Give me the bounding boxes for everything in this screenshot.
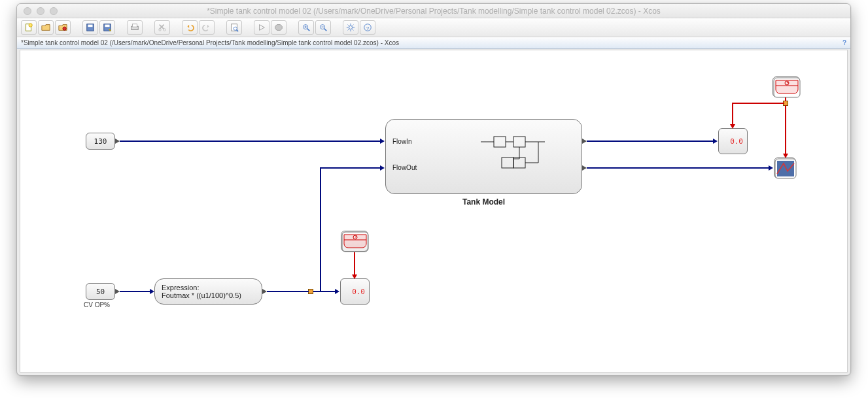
document-tab-title[interactable]: *Simple tank control model 02 (/Users/ma… [21,39,399,46]
svg-point-15 [349,25,352,29]
event-input-port[interactable] [730,124,735,129]
diagram-surface[interactable]: 130 50 CV OP% Expression: Foutmax * ((u1… [20,50,847,371]
display-block-2[interactable]: 0.0 [718,128,748,154]
input-port[interactable] [150,289,154,294]
output-port[interactable] [582,165,587,171]
cut-icon [158,23,167,32]
help-button[interactable]: ? [360,20,375,35]
event-link[interactable] [785,105,786,155]
port-label-flowout: FlowOut [392,164,417,171]
output-port[interactable] [582,139,587,144]
input-port[interactable] [380,139,385,144]
superblock-thumbnail-icon [477,134,556,180]
const-block-50[interactable]: 50 [86,283,115,300]
superblock-tank-model[interactable]: FlowIn FlowOut Tank Model [385,119,582,194]
stop-button[interactable] [271,20,286,35]
input-port[interactable] [380,165,385,171]
svg-point-2 [63,27,66,30]
save-button[interactable] [82,20,98,35]
document-tab-bar: *Simple tank control model 02 (/Users/ma… [17,37,850,49]
window-title: *Simple tank control model 02 (/Users/ma… [17,7,850,16]
clock-icon [341,231,369,252]
traffic-lights [17,7,58,15]
undo-button[interactable] [182,20,198,35]
event-link[interactable] [732,103,784,104]
link[interactable] [320,167,383,169]
output-port[interactable] [115,289,120,294]
zoom-out-button[interactable] [315,20,331,35]
svg-rect-6 [105,25,110,27]
print-button[interactable] [127,20,143,35]
save-as-button[interactable] [99,20,115,35]
const-block-130[interactable]: 130 [86,133,115,150]
zoom-out-icon [319,23,328,32]
link[interactable] [587,141,716,142]
scope-block[interactable] [774,158,796,178]
svg-rect-25 [777,161,794,176]
const-value: 130 [94,137,107,146]
link[interactable] [320,167,321,291]
const-block-label: CV OP% [84,301,110,308]
svg-rect-21 [513,137,525,147]
stop-icon [274,23,283,32]
zoom-window-button[interactable] [50,7,58,15]
input-port[interactable] [335,289,339,294]
new-file-icon [24,23,33,32]
clock-block-2[interactable] [773,76,800,97]
minimize-window-button[interactable] [37,7,44,15]
open-button[interactable] [38,20,54,35]
settings-button[interactable] [343,20,358,35]
expression-title: Expression: [162,284,199,291]
fit-page-button[interactable] [226,20,242,35]
link[interactable] [120,291,153,292]
svg-text:?: ? [366,25,370,31]
svg-rect-8 [133,24,137,27]
undo-icon [185,23,194,32]
input-port[interactable] [769,165,773,171]
event-input-port[interactable] [783,154,788,158]
cut-button[interactable] [154,20,170,35]
output-port[interactable] [115,139,120,144]
svg-point-1 [29,24,32,27]
link[interactable] [120,141,383,142]
port-label-flowin: FlowIn [392,138,411,145]
display-value: 0.0 [352,288,365,296]
print-icon [130,23,139,32]
new-file-button[interactable] [21,20,37,35]
clock-block-1[interactable] [341,231,368,252]
context-help-button[interactable]: ? [842,39,846,46]
event-link[interactable] [732,103,733,125]
zoom-in-button[interactable] [298,20,314,35]
save-as-icon [103,23,112,32]
titlebar: *Simple tank control model 02 (/Users/ma… [17,4,850,18]
link[interactable] [267,291,309,292]
expression-block[interactable]: Expression: Foutmax * ((u1/100)^0.5) [154,278,262,305]
display-block-1[interactable]: 0.0 [340,278,370,305]
close-window-button[interactable] [24,7,31,15]
svg-rect-20 [494,137,506,147]
link-junction[interactable] [308,289,313,294]
link[interactable] [587,167,772,169]
fit-page-icon [230,23,239,32]
app-window: *Simple tank control model 02 (/Users/ma… [16,3,851,376]
output-port[interactable] [262,289,267,294]
display-value: 0.0 [730,137,743,146]
clock-icon [773,77,801,98]
redo-button[interactable] [199,20,215,35]
event-link[interactable] [785,97,786,101]
zoom-in-icon [302,23,311,32]
start-button[interactable] [254,20,269,35]
open-scilab-icon [58,23,67,32]
svg-rect-22 [502,158,513,168]
scope-icon [774,158,797,179]
event-input-port[interactable] [352,274,357,279]
save-icon [86,23,95,32]
const-value: 50 [96,288,105,296]
diagram-canvas[interactable]: 130 50 CV OP% Expression: Foutmax * ((u1… [20,50,848,373]
svg-rect-4 [88,25,93,27]
input-port[interactable] [713,139,718,144]
event-link[interactable] [354,252,355,276]
open-scilab-button[interactable] [55,20,71,35]
redo-icon [202,23,211,32]
expression-body: Foutmax * ((u1/100)^0.5) [162,291,241,299]
